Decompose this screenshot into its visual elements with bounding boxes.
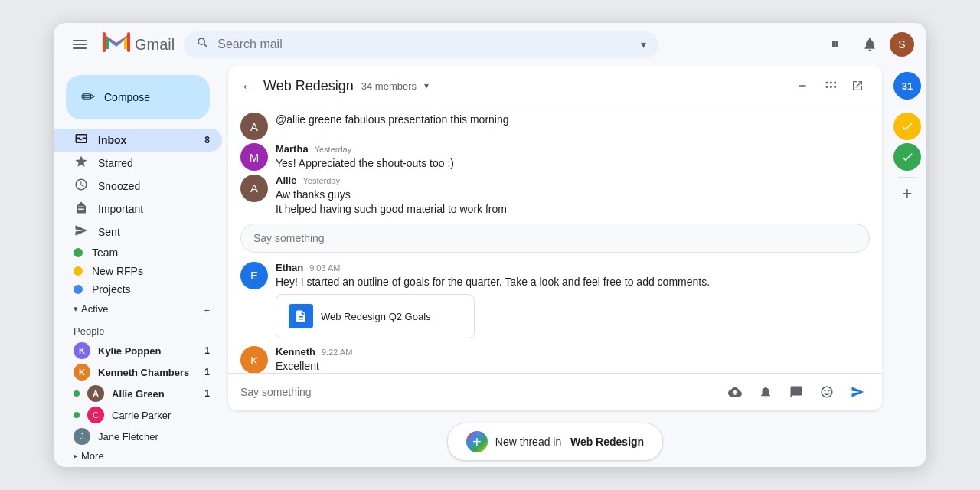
gmail-logo: Gmail: [103, 32, 175, 57]
starred-label: Starred: [98, 157, 133, 169]
app-window: Gmail ▾ S ✏ Compose: [54, 23, 926, 467]
sidebar-item-important[interactable]: Important: [54, 198, 222, 220]
expand-icon[interactable]: [818, 74, 842, 98]
allie-header: Allie Yesterday: [276, 175, 870, 186]
inbox-badge: 8: [204, 135, 210, 145]
people-label: People: [74, 325, 104, 337]
calendar-icon-btn[interactable]: 31: [893, 72, 921, 100]
carrie-online-dot: [74, 412, 80, 418]
new-thread-label: New thread in Web Redesign: [495, 436, 644, 448]
topbar-right: S: [822, 31, 914, 58]
people-section-header: People: [54, 322, 222, 340]
meet-icon-btn[interactable]: [893, 143, 921, 171]
kenneth-content: Kenneth 9:22 AM Excellent I'll review wh…: [276, 346, 870, 373]
gmail-text: Gmail: [135, 36, 175, 54]
kenneth-msg-avatar: K: [240, 346, 268, 373]
chat-input-bar: [228, 373, 882, 410]
people-item-kenneth[interactable]: K Kenneth Chambers 1: [54, 361, 222, 383]
topbar: Gmail ▾ S: [54, 23, 926, 66]
add-chat-btn[interactable]: +: [204, 305, 210, 316]
jane-avatar: J: [74, 428, 90, 445]
chat-back-icon[interactable]: ←: [240, 77, 256, 95]
sent-label: Sent: [98, 226, 120, 238]
minimize-icon[interactable]: [790, 74, 815, 98]
allie-text2: It helped having such good material to w…: [276, 202, 870, 217]
new-thread-button[interactable]: + New thread in Web Redesign: [447, 423, 663, 461]
message-row-ethan: E Ethan 9:03 AM Hey! I started an outlin…: [240, 262, 870, 344]
kenneth-badge: 1: [204, 367, 210, 377]
user-avatar[interactable]: S: [890, 32, 914, 57]
bell-icon[interactable]: [753, 380, 778, 404]
emoji-icon[interactable]: [815, 380, 839, 404]
martha-header: Martha Yesterday: [276, 143, 870, 155]
kenneth-text1: Excellent: [276, 359, 870, 373]
compose-label: Compose: [104, 91, 150, 103]
active-toggle[interactable]: ▾ Active +: [54, 299, 222, 319]
sidebar-item-snoozed[interactable]: Snoozed: [54, 175, 222, 198]
right-sidebar: 31 +: [888, 66, 926, 467]
svg-rect-3: [103, 32, 106, 52]
kenneth-avatar: K: [74, 364, 90, 381]
hamburger-icon[interactable]: [66, 31, 93, 58]
say-something-top-input[interactable]: [240, 224, 870, 253]
ethan-time: 9:03 AM: [309, 263, 340, 273]
notification-icon[interactable]: [856, 31, 884, 58]
people-item-allie[interactable]: A Allie Green 1: [54, 383, 222, 404]
sidebar-item-inbox[interactable]: Inbox 8: [54, 129, 222, 152]
tasks-icon-btn[interactable]: [893, 113, 921, 140]
martha-time: Yesterday: [315, 145, 352, 154]
members-chevron-icon[interactable]: ▾: [424, 80, 429, 91]
compose-button[interactable]: ✏ Compose: [66, 75, 210, 119]
important-icon: [74, 201, 89, 217]
people-item-kylie[interactable]: K Kylie Poppen 1: [54, 340, 222, 361]
team-color-dot: [74, 248, 83, 257]
ethan-name: Ethan: [276, 262, 303, 273]
svg-rect-4: [127, 32, 130, 52]
search-chevron-icon[interactable]: ▾: [641, 38, 646, 51]
ethan-header: Ethan 9:03 AM: [276, 262, 870, 273]
attachment-icon: [289, 304, 313, 328]
chat-header-actions: [790, 74, 870, 98]
sent-icon: [74, 224, 89, 240]
send-icon[interactable]: [845, 380, 870, 404]
chat-header: ← Web Redesign 34 members ▾: [228, 66, 882, 106]
chat-members: 34 members: [361, 80, 416, 92]
chat-messages: A @allie greene fabulous presentation th…: [228, 106, 882, 373]
snoozed-icon: [74, 178, 89, 194]
search-bar[interactable]: ▾: [184, 31, 658, 58]
chat-bubble-icon[interactable]: [784, 380, 808, 404]
ethan-content: Ethan 9:03 AM Hey! I started an outline …: [276, 262, 870, 344]
sidebar-item-new-rfps[interactable]: New RFPs: [54, 262, 222, 280]
sidebar-item-projects[interactable]: Projects: [54, 280, 222, 299]
upload-icon[interactable]: [723, 380, 747, 404]
apps-icon[interactable]: [822, 31, 850, 58]
carrie-name: Carrie Parker: [112, 410, 171, 421]
allie-badge: 1: [204, 388, 210, 399]
allie-name: Allie Green: [112, 388, 165, 400]
people-item-carrie[interactable]: C Carrie Parker: [54, 404, 222, 426]
martha-avatar: M: [240, 143, 268, 171]
attachment-card[interactable]: Web Redesign Q2 Goals: [276, 294, 475, 338]
projects-label: Projects: [92, 283, 131, 296]
new-thread-plus-icon: +: [466, 431, 488, 452]
more-chevron-icon: ▸: [74, 451, 78, 461]
sidebar-item-starred[interactable]: Starred: [54, 152, 222, 175]
people-item-jane[interactable]: J Jane Fletcher: [54, 426, 222, 447]
allie-online-dot: [74, 390, 80, 397]
sidebar-item-team[interactable]: Team: [54, 243, 222, 262]
open-external-icon[interactable]: [845, 74, 870, 98]
svg-rect-1: [73, 44, 87, 45]
projects-color-dot: [74, 285, 83, 294]
allie-text1: Aw thanks guys: [276, 188, 870, 203]
add-apps-icon[interactable]: +: [903, 184, 913, 204]
starred-icon: [74, 155, 89, 172]
sidebar-item-sent[interactable]: Sent: [54, 220, 222, 243]
message-row: A @allie greene fabulous presentation th…: [240, 113, 870, 140]
ethan-avatar: E: [240, 262, 268, 289]
martha-name: Martha: [276, 143, 309, 155]
martha-text: Yes! Appreciated the shout-outs too :): [276, 156, 870, 172]
chat-input[interactable]: [240, 386, 717, 398]
chat-container: ← Web Redesign 34 members ▾: [228, 66, 882, 410]
more-toggle[interactable]: ▸ More: [54, 447, 222, 465]
search-input[interactable]: [217, 38, 633, 51]
